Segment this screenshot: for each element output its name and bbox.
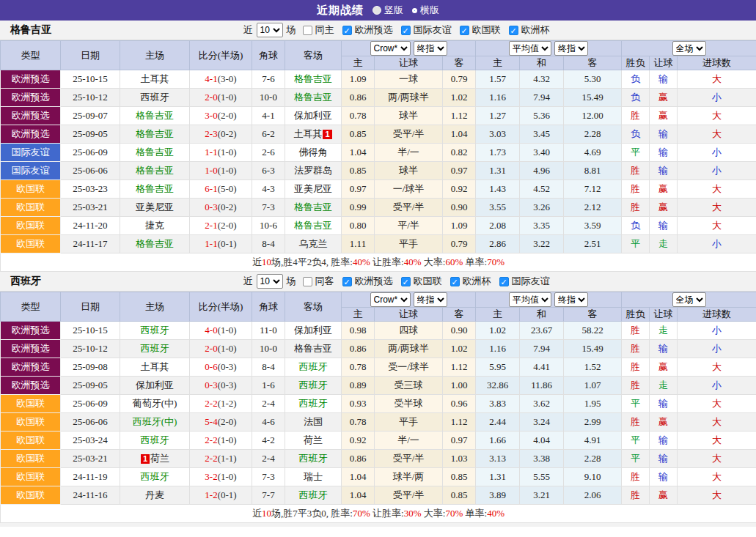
- league-checkbox-1[interactable]: ✓: [401, 277, 411, 286]
- handicap-odds-away: 1.12: [443, 358, 476, 377]
- column-header: 比分(半场): [190, 41, 252, 70]
- odds-source-select[interactable]: Crow*: [370, 292, 411, 307]
- competition-type: 欧国联: [1, 180, 61, 199]
- layout-option-horizontal[interactable]: 横版: [412, 4, 439, 17]
- halftime-score: (2-0): [218, 220, 237, 231]
- radio-unselected-icon[interactable]: [412, 8, 417, 13]
- match-date: 25-03-24: [61, 432, 120, 450]
- summary-part: 40%: [487, 508, 504, 519]
- team-label: 瑞士: [304, 471, 323, 482]
- competition-type: 欧洲预选: [1, 125, 61, 144]
- match-count-select[interactable]: 10: [257, 23, 283, 37]
- handicap-line: 半/一: [375, 144, 443, 162]
- match-scope-select[interactable]: 全场: [672, 41, 706, 56]
- team-label: 格鲁吉亚: [136, 238, 174, 249]
- home-team: 土耳其: [120, 70, 190, 89]
- league-checkbox-0[interactable]: ✓: [342, 277, 352, 286]
- away-team: 法国: [285, 413, 342, 432]
- fulltime-score: 1-1: [205, 147, 217, 158]
- corners: 2-4: [252, 450, 285, 468]
- competition-type: 国际友谊: [1, 144, 61, 162]
- away-team: 西班牙: [285, 358, 342, 377]
- result-handicap: 输: [650, 340, 678, 358]
- team-label: 土耳其: [141, 73, 169, 84]
- match-row: 欧国联25-06-09葡萄牙(中)2-2(1-2)2-4西班牙0.93受半球0.…: [1, 395, 756, 413]
- team-name: 格鲁吉亚: [10, 23, 51, 37]
- avg-draw-odds: 3.45: [520, 125, 564, 144]
- home-team: 土耳其: [120, 358, 190, 377]
- team-label: 西班牙: [299, 379, 328, 390]
- league-checkbox-1[interactable]: ✓: [401, 26, 411, 35]
- sub-column-header: 进球数: [678, 308, 756, 322]
- home-team: 西班牙: [120, 322, 190, 340]
- final-index-select[interactable]: 终指: [414, 292, 447, 307]
- team-label: 格鲁吉亚: [136, 128, 174, 139]
- same-venue-checkbox[interactable]: [303, 26, 312, 35]
- avg-away-odds: 2.28: [564, 450, 622, 468]
- halftime-score: (1-2): [218, 398, 237, 409]
- column-header: 日期: [61, 292, 120, 322]
- team-label: 亚美尼亚: [294, 183, 332, 194]
- team-section: 格鲁吉亚近10场同主✓欧洲预选✓国际友谊✓欧国联✓欧洲杯类型日期主场比分(半场)…: [0, 21, 756, 272]
- result-win-draw-lose: 平: [622, 432, 650, 450]
- handicap-odds-home: 1.04: [342, 486, 375, 505]
- handicap-line: 受一/球半: [375, 358, 443, 377]
- result-handicap: 走: [650, 235, 678, 253]
- score: 0-6(0-3): [190, 358, 252, 377]
- league-checkbox-3[interactable]: ✓: [509, 26, 518, 35]
- avg-draw-odds: 3.38: [520, 450, 564, 468]
- handicap-odds-home: 0.97: [342, 180, 375, 199]
- layout-option-vertical[interactable]: 竖版: [373, 4, 403, 17]
- radio-selected-icon[interactable]: [373, 6, 381, 15]
- match-scope-select[interactable]: 全场: [672, 292, 706, 307]
- team-label: 西班牙: [299, 398, 328, 409]
- result-goals-over-under: 大: [678, 468, 756, 486]
- odds-source-select[interactable]: Crow*: [370, 41, 411, 56]
- handicap-odds-home: 0.80: [342, 217, 375, 235]
- average-select[interactable]: 平均值: [509, 292, 551, 307]
- final-index-select[interactable]: 终指: [414, 41, 447, 56]
- fulltime-score: 3-2: [205, 471, 217, 482]
- result-win-draw-lose: 负: [622, 70, 650, 89]
- match-date: 25-06-09: [61, 395, 120, 413]
- fulltime-score: 6-1: [205, 183, 217, 194]
- match-date: 25-10-15: [61, 322, 120, 340]
- avg-draw-odds: 3.35: [520, 217, 564, 235]
- team-label: 保加利亚: [294, 325, 332, 336]
- result-goals-over-under: 大: [678, 395, 756, 413]
- team-label: 格鲁吉亚: [294, 220, 332, 231]
- corners: 1-6: [252, 377, 285, 395]
- handicap-odds-home: 0.78: [342, 413, 375, 432]
- summary-part: 大率:: [422, 508, 446, 519]
- score: 2-2(1-1): [190, 450, 252, 468]
- sub-column-header: 进球数: [678, 56, 756, 70]
- match-count-select[interactable]: 10: [257, 274, 283, 289]
- match-date: 25-10-12: [61, 89, 120, 107]
- average-select[interactable]: 平均值: [509, 41, 551, 56]
- league-checkbox-2[interactable]: ✓: [450, 277, 460, 286]
- match-date: 25-03-21: [61, 450, 120, 468]
- match-row: 欧洲预选25-10-15西班牙4-0(1-0)11-0保加利亚0.98四球0.9…: [1, 322, 756, 340]
- corners: 4-6: [252, 413, 285, 432]
- same-venue-checkbox[interactable]: [303, 277, 312, 286]
- summary-part: 单率:: [463, 256, 487, 267]
- result-goals-over-under: 小: [678, 89, 756, 107]
- league-label: 欧国联: [472, 23, 501, 37]
- corners: 6-2: [252, 125, 285, 144]
- final-index-select-2[interactable]: 终指: [554, 292, 588, 307]
- league-checkbox-2[interactable]: ✓: [460, 26, 469, 35]
- match-row: 欧国联25-03-21亚美尼亚0-3(0-2)7-3格鲁吉亚0.99受平/半0.…: [1, 199, 756, 217]
- league-checkbox-3[interactable]: ✓: [499, 277, 509, 286]
- competition-type: 欧国联: [1, 432, 61, 450]
- final-index-select-2[interactable]: 终指: [554, 41, 588, 56]
- scope-header: 全场: [622, 292, 756, 308]
- league-checkbox-0[interactable]: ✓: [342, 26, 352, 35]
- match-date: 25-09-05: [61, 377, 120, 395]
- handicap-line: 受平/半: [375, 486, 443, 505]
- avg-away-odds: 15.49: [564, 89, 622, 107]
- match-row: 欧国联24-11-16丹麦1-2(0-1)7-7西班牙1.04受平/半0.853…: [1, 486, 756, 505]
- team-label: 西班牙: [141, 434, 169, 445]
- fulltime-score: 2-1: [205, 220, 217, 231]
- result-goals-over-under: 大: [678, 70, 756, 89]
- match-row: 国际友谊25-06-09格鲁吉亚1-1(1-0)2-6佛得角1.04半/一0.8…: [1, 144, 756, 162]
